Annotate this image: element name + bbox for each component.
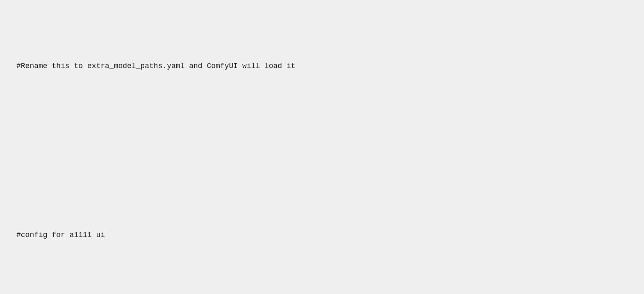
line-4: #all you have to do is change the base_p… bbox=[16, 289, 628, 294]
line-config-comment: #config for a1111 ui bbox=[16, 229, 628, 242]
line-3: #config for a1111 ui bbox=[16, 205, 628, 266]
line-1: #Rename this to extra_model_paths.yaml a… bbox=[16, 36, 628, 97]
code-content: #Rename this to extra_model_paths.yaml a… bbox=[16, 12, 628, 294]
line-rename-comment: #Rename this to extra_model_paths.yaml a… bbox=[16, 60, 628, 73]
line-empty-1 bbox=[16, 121, 628, 181]
